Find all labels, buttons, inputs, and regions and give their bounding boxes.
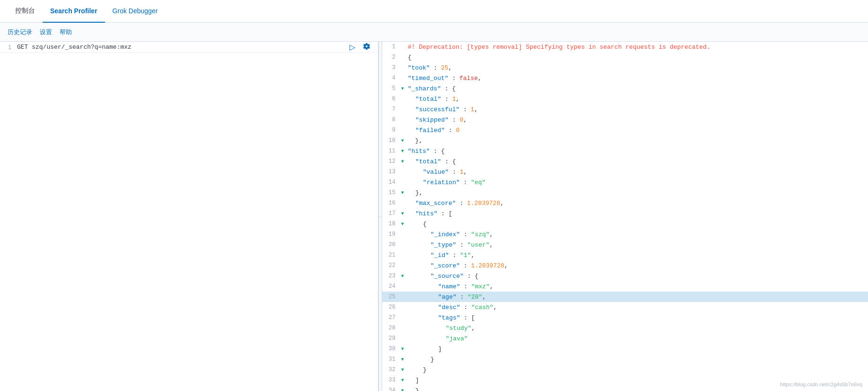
response-line-17: 17 ▼ "hits" : [ [382, 208, 868, 219]
response-line-14: 14 "relation" : "eq" [382, 177, 868, 187]
response-line-32: 32 ▼ } [382, 364, 868, 375]
tab-console-label: 控制台 [15, 7, 35, 15]
response-line-16: 16 "max_score" : 1.2039728, [382, 198, 868, 208]
history-button[interactable]: 历史记录 [8, 28, 32, 36]
editor-actions: ▷ [348, 42, 372, 53]
settings-button[interactable]: 设置 [40, 28, 52, 36]
run-button[interactable]: ▷ [348, 42, 357, 53]
editor-line-1: 1 ▷ [0, 42, 378, 53]
resp-num-1: 1 [384, 44, 401, 50]
response-line-19: 19 "_index" : "szq", [382, 229, 868, 240]
response-line-12: 12 ▼ "total" : { [382, 156, 868, 167]
response-panel: 1 #! Deprecation: [types removal] Specif… [382, 42, 868, 391]
tab-console[interactable]: 控制台 [8, 0, 43, 23]
response-line-28: 28 "study", [382, 323, 868, 333]
tab-search-profiler-label: Search Profiler [50, 7, 97, 15]
response-line-7: 7 "successful" : 1, [382, 104, 868, 115]
tab-grok-debugger-label: Grok Debugger [113, 7, 158, 15]
response-line-29: 29 "java" [382, 333, 868, 344]
response-line-5: 5 ▼ "_shards" : { [382, 83, 868, 94]
response-line-4: 4 "timed_out" : false, [382, 73, 868, 83]
watermark: https://blog.csdn.net/c2g4s5b7o6nq [780, 382, 862, 387]
response-line-15: 15 ▼ }, [382, 187, 868, 198]
response-line-26: 26 "desc" : "cash", [382, 302, 868, 312]
response-line-6: 6 "total" : 1, [382, 94, 868, 104]
response-line-24: 24 "name" : "mxz", [382, 281, 868, 292]
response-line-8: 8 "skipped" : 0, [382, 115, 868, 125]
response-line-1: 1 #! Deprecation: [types removal] Specif… [382, 42, 868, 52]
help-button[interactable]: 帮助 [60, 28, 72, 36]
response-line-11: 11 ▼ "hits" : { [382, 146, 868, 156]
query-input[interactable] [17, 44, 374, 51]
resp-content-1: #! Deprecation: [types removal] Specifyi… [408, 44, 866, 51]
tab-search-profiler[interactable]: Search Profiler [43, 0, 105, 23]
response-line-9: 9 "failed" : 0 [382, 125, 868, 135]
response-line-22: 22 "_score" : 1.2039728, [382, 260, 868, 271]
response-line-3: 3 "took" : 25, [382, 62, 868, 73]
line-number-1: 1 [4, 44, 17, 51]
settings-wrench-button[interactable] [361, 42, 372, 53]
response-line-13: 13 "value" : 1, [382, 167, 868, 177]
response-line-30: 30 ▼ ] [382, 344, 868, 354]
response-line-10: 10 ▼ }, [382, 135, 868, 146]
tab-grok-debugger[interactable]: Grok Debugger [105, 0, 166, 23]
resp-num-2: 2 [384, 54, 401, 61]
response-line-2: 2 { [382, 52, 868, 62]
panel-divider[interactable]: ⋮ [378, 42, 382, 391]
main-area: 1 ▷ ⋮ 1 #! Deprecation: [types removal] … [0, 42, 868, 391]
response-line-27: 27 "tags" : [ [382, 312, 868, 323]
response-line-18: 18 ▼ { [382, 219, 868, 229]
response-line-23: 23 ▼ "_source" : { [382, 271, 868, 281]
editor-panel: 1 ▷ [0, 42, 378, 391]
response-line-21: 21 "_id" : "1", [382, 250, 868, 260]
response-line-25: 25 "age" : "20", [382, 292, 868, 302]
response-line-31: 31 ▼ } [382, 354, 868, 364]
top-nav: 控制台 Search Profiler Grok Debugger [0, 0, 868, 23]
toolbar: 历史记录 设置 帮助 [0, 23, 868, 42]
response-line-20: 20 "_type" : "user", [382, 240, 868, 250]
